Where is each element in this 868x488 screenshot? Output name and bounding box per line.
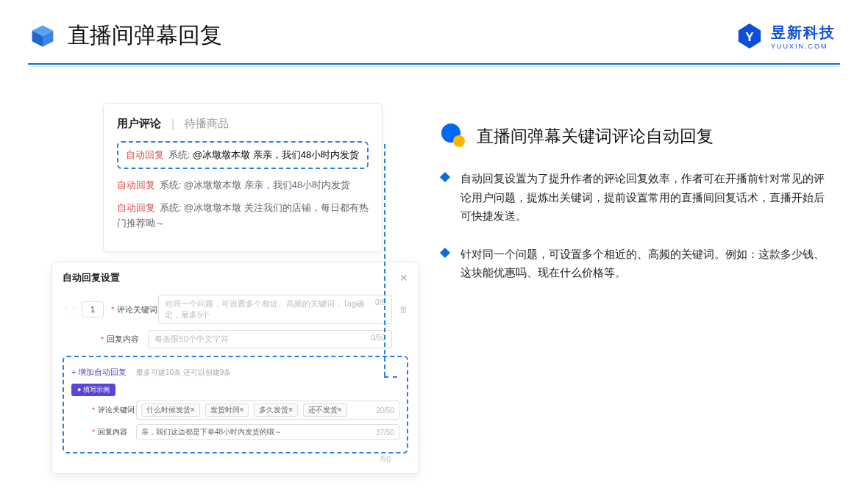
keyword-label: 评论关键词 xyxy=(117,304,158,315)
section-title: 直播间弹幕关键词评论自动回复 xyxy=(477,125,714,148)
auto-reply-badge: 自动回复 xyxy=(126,149,164,160)
example-badge: ● 填写示例 xyxy=(71,384,115,396)
delete-icon[interactable]: 🗑 xyxy=(399,304,408,315)
brand-mark-icon: Y xyxy=(736,22,764,50)
comments-panel: 用户评论 | 待播商品 自动回复 系统: @冰墩墩本墩 亲亲，我们48小时内发货… xyxy=(103,103,383,252)
tab-pending-goods[interactable]: 待播商品 xyxy=(185,117,229,131)
brand-name: 昱新科技 xyxy=(771,23,836,43)
keyword-input[interactable]: 对同一个问题，可设置多个相近、高频的关键词，Tag确定，最多5个 0/8 xyxy=(158,295,392,324)
reply-input[interactable]: 每条限50个中文字符 0/50 xyxy=(148,330,392,348)
panel-title: 自动回复设置 xyxy=(63,271,120,284)
cube-icon xyxy=(29,23,56,49)
example-reply-input[interactable]: 亲，我们这边都是下单48小时内发货的哦～ 37/50 xyxy=(136,424,399,440)
close-icon[interactable]: ✕ xyxy=(399,272,408,284)
add-auto-reply-button[interactable]: + 增加自动回复 xyxy=(71,367,127,376)
keyword-tag[interactable]: 发货时间× xyxy=(205,403,249,417)
chat-bubbles-icon xyxy=(441,123,466,148)
svg-text:Y: Y xyxy=(745,30,754,44)
comment-item: 自动回复 系统: @冰墩墩本墩 亲亲，我们48小时内发货 xyxy=(117,178,369,193)
keyword-tag[interactable]: 什么时候发货× xyxy=(141,403,200,417)
system-label: 系统: xyxy=(168,149,191,160)
divider xyxy=(28,63,840,65)
tab-user-comments[interactable]: 用户评论 xyxy=(117,117,161,131)
keyword-tag[interactable]: 多久发货× xyxy=(254,403,298,417)
drag-handle-icon[interactable]: ⋮⋮ xyxy=(63,306,77,314)
char-count: /50 xyxy=(63,455,391,463)
bullet-text: 自动回复设置为了提升作者的评论回复效率，作者可在开播前针对常见的评论用户问题，提… xyxy=(460,169,831,226)
order-input[interactable] xyxy=(82,301,104,317)
comment-item: 自动回复 系统: @冰墩墩本墩 关注我们的店铺，每日都有热门推荐呦～ xyxy=(117,201,369,232)
brand-domain: YUUXIN.COM xyxy=(771,43,836,50)
diamond-bullet-icon xyxy=(440,172,450,182)
connector-line xyxy=(384,376,397,378)
example-keyword-input[interactable]: 什么时候发货× 发货时间× 多久发货× 还不发货× 20/50 xyxy=(136,401,399,420)
page-title: 直播间弹幕回复 xyxy=(68,21,222,51)
comment-text: @冰墩墩本墩 亲亲，我们48小时内发货 xyxy=(193,149,359,160)
auto-reply-settings-panel: 自动回复设置 ✕ ⋮⋮ * 评论关键词 对同一个问题，可设置多个相近、高频的关键… xyxy=(51,262,419,474)
brand-logo: Y 昱新科技 YUUXIN.COM xyxy=(736,22,836,50)
reply-label: 回复内容 xyxy=(107,334,148,345)
example-block: + 增加自动回复 最多可建10条 还可以创建9条 ● 填写示例 * 评论关键词 … xyxy=(63,356,408,453)
add-note: 最多可建10条 还可以创建9条 xyxy=(136,368,231,376)
keyword-tag[interactable]: 还不发货× xyxy=(303,403,347,417)
connector-line xyxy=(384,144,385,376)
bullet-text: 针对同一个问题，可设置多个相近的、高频的关键词。例如：这款多少钱、这块能优惠吗、… xyxy=(460,245,831,282)
highlighted-comment: 自动回复 系统: @冰墩墩本墩 亲亲，我们48小时内发货 xyxy=(117,141,369,169)
divider xyxy=(28,66,840,67)
diamond-bullet-icon xyxy=(440,247,450,257)
